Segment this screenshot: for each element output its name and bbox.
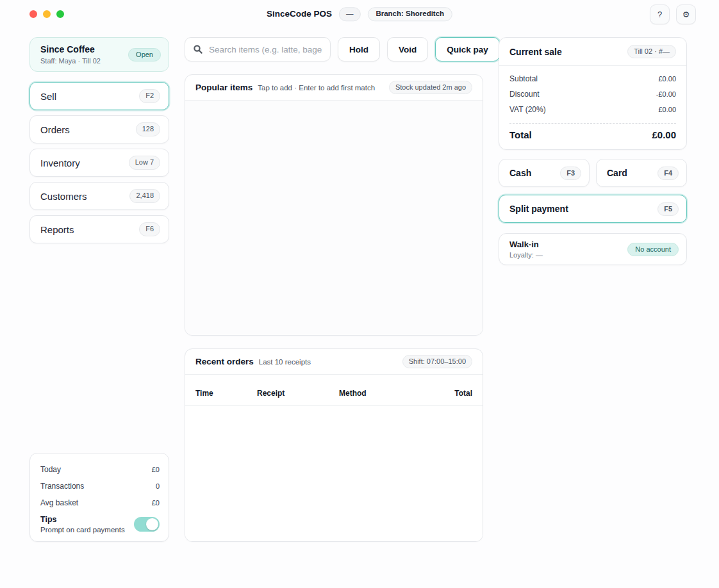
recent-orders-header: Recent orders Last 10 receipts Shift: 07… bbox=[185, 349, 483, 375]
app-window: SinceCode POS — Branch: Shoreditch ? ⚙ S… bbox=[0, 0, 719, 588]
titlebar-actions: ? ⚙ bbox=[650, 4, 696, 24]
popular-items-panel: Popular items Tap to add · Enter to add … bbox=[185, 74, 483, 336]
titlebar-center: SinceCode POS — Branch: Shoreditch bbox=[267, 7, 452, 21]
hold-button[interactable]: Hold bbox=[338, 37, 380, 61]
app-title: SinceCode POS bbox=[267, 10, 332, 19]
customer-card[interactable]: Walk-in Loyalty: — No account bbox=[499, 233, 687, 265]
sale-line-value: £0.00 bbox=[658, 75, 676, 83]
close-window-button[interactable] bbox=[29, 10, 37, 18]
sidebar-item-label: Reports bbox=[40, 224, 74, 235]
minimize-window-button[interactable] bbox=[43, 10, 51, 18]
zoom-window-button[interactable] bbox=[56, 10, 64, 18]
split-shortcut-badge: F5 bbox=[657, 202, 679, 216]
recent-orders-hint: Last 10 receipts bbox=[259, 358, 311, 366]
shift-badge: Shift: 07:00–15:00 bbox=[402, 355, 472, 368]
toolbar: Hold Void Quick pay bbox=[185, 37, 483, 61]
sidebar-item-label: Sell bbox=[40, 91, 56, 102]
settings-button[interactable]: ⚙ bbox=[676, 4, 696, 24]
sidebar-item-badge: 2,418 bbox=[129, 189, 160, 202]
till-badge: Till 02 · #— bbox=[627, 45, 676, 58]
split-payment-button[interactable]: Split payment F5 bbox=[499, 195, 687, 223]
current-sale-title: Current sale bbox=[509, 47, 562, 57]
void-button[interactable]: Void bbox=[387, 37, 428, 61]
popular-items-title: Popular items bbox=[195, 83, 252, 92]
stat-value: £0 bbox=[152, 466, 160, 473]
sidebar-item-customers[interactable]: Customers 2,418 bbox=[29, 182, 169, 210]
stat-value: £0 bbox=[152, 499, 160, 507]
stat-label: Transactions bbox=[40, 482, 84, 491]
tips-toggle[interactable] bbox=[134, 517, 160, 532]
tips-title: Tips bbox=[40, 515, 125, 524]
stat-row-today: Today £0 bbox=[40, 461, 160, 478]
customer-account-badge: No account bbox=[627, 243, 679, 256]
quick-pay-button[interactable]: Quick pay bbox=[435, 37, 500, 61]
sidebar-item-badge: Low 7 bbox=[129, 156, 160, 169]
sidebar-item-orders[interactable]: Orders 128 bbox=[29, 115, 169, 143]
stat-label: Today bbox=[40, 465, 61, 474]
customer-loyalty: Loyalty: — bbox=[509, 251, 543, 259]
recent-orders-title: Recent orders bbox=[195, 357, 254, 366]
popular-items-hint: Tap to add · Enter to add first match bbox=[258, 84, 375, 92]
sale-total-label: Total bbox=[509, 129, 532, 140]
collapse-button[interactable]: — bbox=[339, 7, 361, 21]
recent-orders-panel: Recent orders Last 10 receipts Shift: 07… bbox=[185, 348, 483, 542]
sidebar-item-label: Customers bbox=[40, 191, 87, 202]
store-name: Since Coffee bbox=[40, 44, 101, 54]
sale-total-value: £0.00 bbox=[652, 129, 676, 140]
gear-icon: ⚙ bbox=[682, 10, 690, 19]
sale-divider bbox=[509, 123, 676, 124]
sale-line-discount: Discount -£0.00 bbox=[509, 86, 676, 102]
recent-orders-table-header: Time Receipt Method Total bbox=[185, 381, 483, 406]
cash-button[interactable]: Cash F3 bbox=[499, 159, 590, 187]
stat-row-transactions: Transactions 0 bbox=[40, 478, 160, 494]
branch-badge: Branch: Shoreditch bbox=[367, 7, 452, 21]
sidebar-item-reports[interactable]: Reports F6 bbox=[29, 215, 169, 243]
content-area: Since Coffee Staff: Maya · Till 02 Open … bbox=[0, 28, 719, 588]
sale-line-label: Subtotal bbox=[509, 74, 538, 83]
card-button-label: Card bbox=[607, 168, 627, 178]
customer-name: Walk-in bbox=[509, 240, 543, 249]
tips-setting-row: Tips Prompt on card payments bbox=[40, 515, 160, 534]
popular-items-header: Popular items Tap to add · Enter to add … bbox=[185, 75, 483, 101]
main-column: Hold Void Quick pay Popular items Tap to… bbox=[185, 37, 483, 542]
store-status-badge: Open bbox=[128, 48, 161, 61]
store-card: Since Coffee Staff: Maya · Till 02 Open bbox=[29, 37, 169, 72]
stat-label: Avg basket bbox=[40, 498, 78, 507]
store-staff: Staff: Maya · Till 02 bbox=[40, 57, 101, 65]
sale-line-value: -£0.00 bbox=[656, 90, 676, 98]
tips-text: Tips Prompt on card payments bbox=[40, 515, 125, 534]
sale-line-vat: VAT (20%) £0.00 bbox=[509, 102, 676, 117]
current-sale-card: Current sale Till 02 · #— Subtotal £0.00… bbox=[499, 37, 687, 150]
today-stats-card: Today £0 Transactions 0 Avg basket £0 Ti… bbox=[29, 453, 169, 542]
tips-subtitle: Prompt on card payments bbox=[40, 526, 125, 534]
sale-total-row: Total £0.00 bbox=[499, 128, 686, 140]
column-header-method: Method bbox=[339, 389, 454, 398]
stat-row-avg-basket: Avg basket £0 bbox=[40, 494, 160, 511]
card-shortcut-badge: F4 bbox=[657, 167, 679, 180]
stock-updated-badge: Stock updated 2m ago bbox=[389, 81, 472, 94]
sidebar-item-sell[interactable]: Sell F2 bbox=[29, 82, 169, 110]
sidebar-item-badge: 128 bbox=[136, 122, 160, 136]
column-header-time: Time bbox=[195, 389, 257, 398]
search-box[interactable] bbox=[185, 37, 331, 61]
search-icon bbox=[193, 44, 203, 54]
toggle-knob bbox=[146, 518, 158, 530]
payment-buttons-row: Cash F3 Card F4 bbox=[499, 159, 687, 187]
sidebar-item-badge: F6 bbox=[139, 222, 160, 236]
split-payment-label: Split payment bbox=[509, 204, 568, 214]
window-controls bbox=[29, 10, 64, 18]
sidebar: Since Coffee Staff: Maya · Till 02 Open … bbox=[29, 37, 169, 542]
card-button[interactable]: Card F4 bbox=[596, 159, 687, 187]
customer-info: Walk-in Loyalty: — bbox=[509, 240, 543, 259]
sidebar-item-inventory[interactable]: Inventory Low 7 bbox=[29, 149, 169, 177]
titlebar: SinceCode POS — Branch: Shoreditch ? ⚙ bbox=[0, 0, 719, 28]
search-input[interactable] bbox=[209, 45, 322, 54]
sale-line-subtotal: Subtotal £0.00 bbox=[509, 71, 676, 86]
sale-column: Current sale Till 02 · #— Subtotal £0.00… bbox=[499, 37, 687, 542]
sidebar-item-badge: F2 bbox=[139, 89, 160, 102]
column-header-receipt: Receipt bbox=[257, 389, 339, 398]
help-button[interactable]: ? bbox=[650, 4, 670, 24]
cash-button-label: Cash bbox=[509, 168, 531, 178]
cash-shortcut-badge: F3 bbox=[560, 167, 581, 180]
sidebar-item-label: Orders bbox=[40, 124, 70, 135]
